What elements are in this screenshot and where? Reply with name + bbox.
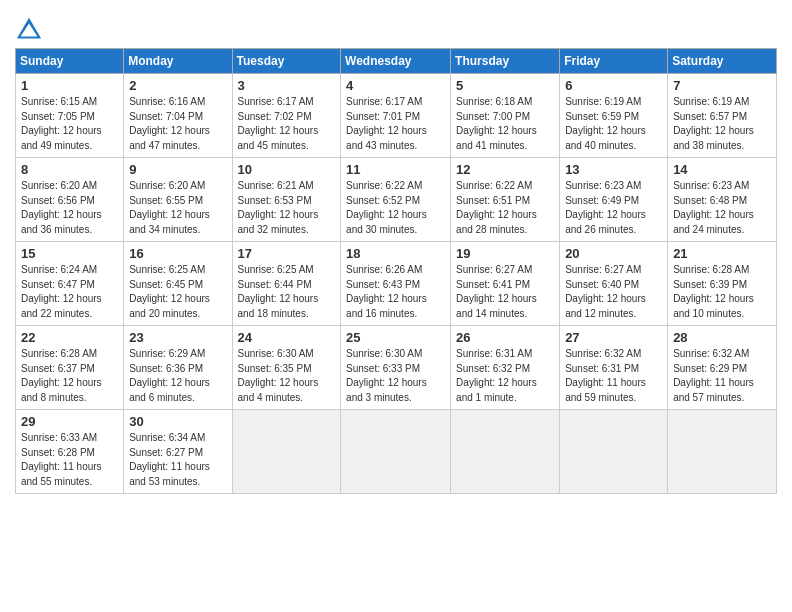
calendar-cell: [451, 410, 560, 494]
calendar-cell: 18Sunrise: 6:26 AM Sunset: 6:43 PM Dayli…: [341, 242, 451, 326]
calendar-cell: 3Sunrise: 6:17 AM Sunset: 7:02 PM Daylig…: [232, 74, 341, 158]
day-info: Sunrise: 6:23 AM Sunset: 6:48 PM Dayligh…: [673, 179, 771, 237]
day-number: 3: [238, 78, 336, 93]
calendar-table: SundayMondayTuesdayWednesdayThursdayFrid…: [15, 48, 777, 494]
day-info: Sunrise: 6:28 AM Sunset: 6:37 PM Dayligh…: [21, 347, 118, 405]
day-info: Sunrise: 6:25 AM Sunset: 6:44 PM Dayligh…: [238, 263, 336, 321]
calendar-cell: 4Sunrise: 6:17 AM Sunset: 7:01 PM Daylig…: [341, 74, 451, 158]
calendar-cell: 15Sunrise: 6:24 AM Sunset: 6:47 PM Dayli…: [16, 242, 124, 326]
day-number: 13: [565, 162, 662, 177]
day-info: Sunrise: 6:17 AM Sunset: 7:02 PM Dayligh…: [238, 95, 336, 153]
calendar-cell: 17Sunrise: 6:25 AM Sunset: 6:44 PM Dayli…: [232, 242, 341, 326]
day-info: Sunrise: 6:27 AM Sunset: 6:40 PM Dayligh…: [565, 263, 662, 321]
day-header-sunday: Sunday: [16, 49, 124, 74]
calendar-cell: 10Sunrise: 6:21 AM Sunset: 6:53 PM Dayli…: [232, 158, 341, 242]
day-number: 6: [565, 78, 662, 93]
calendar-cell: 30Sunrise: 6:34 AM Sunset: 6:27 PM Dayli…: [124, 410, 232, 494]
calendar-cell: 19Sunrise: 6:27 AM Sunset: 6:41 PM Dayli…: [451, 242, 560, 326]
day-info: Sunrise: 6:26 AM Sunset: 6:43 PM Dayligh…: [346, 263, 445, 321]
day-info: Sunrise: 6:32 AM Sunset: 6:31 PM Dayligh…: [565, 347, 662, 405]
day-number: 29: [21, 414, 118, 429]
day-number: 27: [565, 330, 662, 345]
day-info: Sunrise: 6:19 AM Sunset: 6:59 PM Dayligh…: [565, 95, 662, 153]
day-number: 15: [21, 246, 118, 261]
day-number: 12: [456, 162, 554, 177]
day-number: 18: [346, 246, 445, 261]
day-header-saturday: Saturday: [668, 49, 777, 74]
day-info: Sunrise: 6:21 AM Sunset: 6:53 PM Dayligh…: [238, 179, 336, 237]
day-number: 30: [129, 414, 226, 429]
calendar-cell: [668, 410, 777, 494]
calendar-header: SundayMondayTuesdayWednesdayThursdayFrid…: [16, 49, 777, 74]
day-info: Sunrise: 6:20 AM Sunset: 6:55 PM Dayligh…: [129, 179, 226, 237]
day-header-monday: Monday: [124, 49, 232, 74]
calendar-cell: 1Sunrise: 6:15 AM Sunset: 7:05 PM Daylig…: [16, 74, 124, 158]
day-number: 7: [673, 78, 771, 93]
day-header-tuesday: Tuesday: [232, 49, 341, 74]
calendar-cell: 14Sunrise: 6:23 AM Sunset: 6:48 PM Dayli…: [668, 158, 777, 242]
day-number: 28: [673, 330, 771, 345]
day-number: 14: [673, 162, 771, 177]
calendar-cell: 9Sunrise: 6:20 AM Sunset: 6:55 PM Daylig…: [124, 158, 232, 242]
day-number: 2: [129, 78, 226, 93]
day-number: 22: [21, 330, 118, 345]
day-header-wednesday: Wednesday: [341, 49, 451, 74]
calendar-cell: 25Sunrise: 6:30 AM Sunset: 6:33 PM Dayli…: [341, 326, 451, 410]
calendar-cell: 22Sunrise: 6:28 AM Sunset: 6:37 PM Dayli…: [16, 326, 124, 410]
day-number: 24: [238, 330, 336, 345]
day-number: 23: [129, 330, 226, 345]
day-number: 5: [456, 78, 554, 93]
day-number: 25: [346, 330, 445, 345]
calendar-cell: [560, 410, 668, 494]
logo-icon: [15, 16, 43, 44]
calendar-cell: 29Sunrise: 6:33 AM Sunset: 6:28 PM Dayli…: [16, 410, 124, 494]
calendar-cell: 11Sunrise: 6:22 AM Sunset: 6:52 PM Dayli…: [341, 158, 451, 242]
calendar-body: 1Sunrise: 6:15 AM Sunset: 7:05 PM Daylig…: [16, 74, 777, 494]
day-number: 11: [346, 162, 445, 177]
calendar-cell: 6Sunrise: 6:19 AM Sunset: 6:59 PM Daylig…: [560, 74, 668, 158]
calendar-cell: 12Sunrise: 6:22 AM Sunset: 6:51 PM Dayli…: [451, 158, 560, 242]
week-row-5: 29Sunrise: 6:33 AM Sunset: 6:28 PM Dayli…: [16, 410, 777, 494]
calendar-cell: 26Sunrise: 6:31 AM Sunset: 6:32 PM Dayli…: [451, 326, 560, 410]
day-info: Sunrise: 6:29 AM Sunset: 6:36 PM Dayligh…: [129, 347, 226, 405]
day-info: Sunrise: 6:30 AM Sunset: 6:35 PM Dayligh…: [238, 347, 336, 405]
day-header-friday: Friday: [560, 49, 668, 74]
day-info: Sunrise: 6:19 AM Sunset: 6:57 PM Dayligh…: [673, 95, 771, 153]
day-info: Sunrise: 6:20 AM Sunset: 6:56 PM Dayligh…: [21, 179, 118, 237]
day-info: Sunrise: 6:25 AM Sunset: 6:45 PM Dayligh…: [129, 263, 226, 321]
calendar-cell: 5Sunrise: 6:18 AM Sunset: 7:00 PM Daylig…: [451, 74, 560, 158]
day-info: Sunrise: 6:32 AM Sunset: 6:29 PM Dayligh…: [673, 347, 771, 405]
day-number: 9: [129, 162, 226, 177]
day-number: 10: [238, 162, 336, 177]
week-row-2: 8Sunrise: 6:20 AM Sunset: 6:56 PM Daylig…: [16, 158, 777, 242]
week-row-4: 22Sunrise: 6:28 AM Sunset: 6:37 PM Dayli…: [16, 326, 777, 410]
calendar-cell: 13Sunrise: 6:23 AM Sunset: 6:49 PM Dayli…: [560, 158, 668, 242]
day-info: Sunrise: 6:22 AM Sunset: 6:52 PM Dayligh…: [346, 179, 445, 237]
day-number: 21: [673, 246, 771, 261]
calendar-cell: [232, 410, 341, 494]
calendar-cell: 8Sunrise: 6:20 AM Sunset: 6:56 PM Daylig…: [16, 158, 124, 242]
day-info: Sunrise: 6:27 AM Sunset: 6:41 PM Dayligh…: [456, 263, 554, 321]
day-number: 16: [129, 246, 226, 261]
week-row-1: 1Sunrise: 6:15 AM Sunset: 7:05 PM Daylig…: [16, 74, 777, 158]
day-number: 26: [456, 330, 554, 345]
calendar-cell: 27Sunrise: 6:32 AM Sunset: 6:31 PM Dayli…: [560, 326, 668, 410]
calendar-cell: 28Sunrise: 6:32 AM Sunset: 6:29 PM Dayli…: [668, 326, 777, 410]
logo: [15, 16, 47, 44]
day-info: Sunrise: 6:18 AM Sunset: 7:00 PM Dayligh…: [456, 95, 554, 153]
day-number: 17: [238, 246, 336, 261]
day-info: Sunrise: 6:33 AM Sunset: 6:28 PM Dayligh…: [21, 431, 118, 489]
day-number: 19: [456, 246, 554, 261]
calendar-cell: 2Sunrise: 6:16 AM Sunset: 7:04 PM Daylig…: [124, 74, 232, 158]
header-row: SundayMondayTuesdayWednesdayThursdayFrid…: [16, 49, 777, 74]
day-info: Sunrise: 6:17 AM Sunset: 7:01 PM Dayligh…: [346, 95, 445, 153]
calendar-cell: 23Sunrise: 6:29 AM Sunset: 6:36 PM Dayli…: [124, 326, 232, 410]
day-info: Sunrise: 6:22 AM Sunset: 6:51 PM Dayligh…: [456, 179, 554, 237]
day-header-thursday: Thursday: [451, 49, 560, 74]
day-info: Sunrise: 6:23 AM Sunset: 6:49 PM Dayligh…: [565, 179, 662, 237]
day-info: Sunrise: 6:28 AM Sunset: 6:39 PM Dayligh…: [673, 263, 771, 321]
calendar-cell: 20Sunrise: 6:27 AM Sunset: 6:40 PM Dayli…: [560, 242, 668, 326]
day-info: Sunrise: 6:34 AM Sunset: 6:27 PM Dayligh…: [129, 431, 226, 489]
day-info: Sunrise: 6:24 AM Sunset: 6:47 PM Dayligh…: [21, 263, 118, 321]
header: [15, 10, 777, 44]
